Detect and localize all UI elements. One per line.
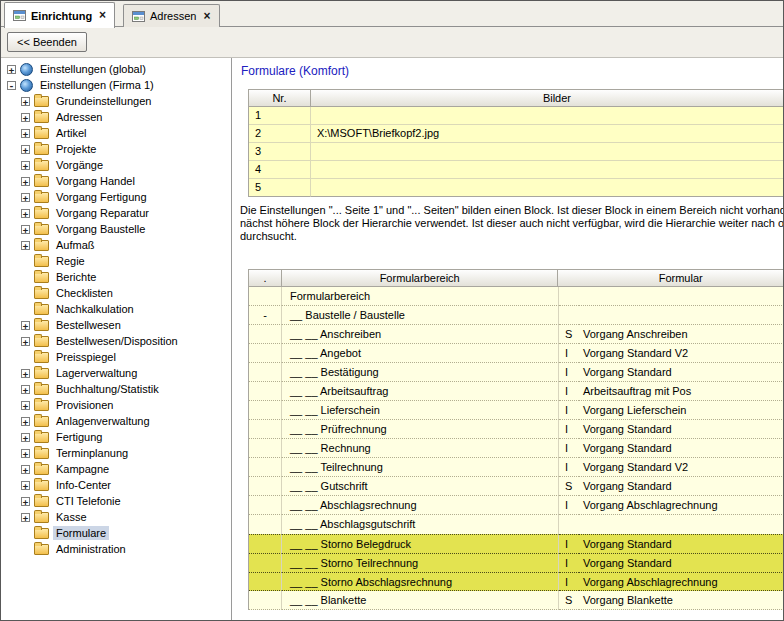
cell-formular[interactable]: Vorgang Standard V2	[579, 344, 783, 363]
cell-expand[interactable]	[249, 287, 282, 306]
tree-item[interactable]: +Anlagenverwaltung	[1, 413, 231, 429]
tree-item[interactable]: +Bestellwesen/Disposition	[1, 333, 231, 349]
cell-nr[interactable]: 1	[249, 107, 311, 125]
cell-expand[interactable]	[249, 553, 282, 572]
cell-flag[interactable]	[559, 515, 579, 534]
tree-item[interactable]: +Fertigung	[1, 429, 231, 445]
cell-formularbereich[interactable]: __ __ Gutschrift	[282, 477, 559, 496]
tree-item[interactable]: +Artikel	[1, 125, 231, 141]
cell-formular[interactable]	[579, 306, 783, 325]
cell-flag[interactable]	[559, 306, 579, 325]
tree-item[interactable]: +CTI Telefonie	[1, 493, 231, 509]
tree-item[interactable]: +Kasse	[1, 509, 231, 525]
cell-bilder[interactable]: X:\MSOFT\Briefkopf2.jpg	[311, 125, 783, 143]
cell-formular[interactable]	[579, 515, 783, 534]
cell-formular[interactable]: Vorgang Standard	[579, 553, 783, 572]
cell-expand[interactable]	[249, 477, 282, 496]
tree-item[interactable]: +Lagerverwaltung	[1, 365, 231, 381]
cell-formular[interactable]: Vorgang Standard V2	[579, 458, 783, 477]
tab-adressen[interactable]: Adressen ×	[123, 4, 220, 27]
tree-item[interactable]: +Projekte	[1, 141, 231, 157]
cell-formular[interactable]	[579, 287, 783, 306]
cell-expand[interactable]	[249, 382, 282, 401]
cell-formularbereich[interactable]: __ __ Storno Teilrechnung	[282, 553, 559, 572]
cell-formular[interactable]: Vorgang Lieferschein	[579, 401, 783, 420]
cell-expand[interactable]	[249, 439, 282, 458]
cell-formularbereich[interactable]: __ __ Abschlagsrechnung	[282, 496, 559, 515]
cell-formular[interactable]: Vorgang Standard	[579, 420, 783, 439]
cell-bilder[interactable]	[311, 179, 783, 197]
cell-formular[interactable]: Vorgang Standard	[579, 363, 783, 382]
tree-item[interactable]: Regie	[1, 253, 231, 269]
cell-expand[interactable]	[249, 572, 282, 591]
cell-expand[interactable]	[249, 420, 282, 439]
cell-formularbereich[interactable]: __ __ Arbeitsauftrag	[282, 382, 559, 401]
cell-flag[interactable]: I	[559, 363, 579, 382]
expand-icon[interactable]: +	[21, 337, 30, 346]
tree-item[interactable]: +Terminplanung	[1, 445, 231, 461]
cell-formularbereich[interactable]: __ __ Teilrechnung	[282, 458, 559, 477]
cell-nr[interactable]: 5	[249, 179, 311, 197]
cell-flag[interactable]: S	[559, 591, 579, 610]
cell-formularbereich[interactable]: __ __ Prüfrechnung	[282, 420, 559, 439]
cell-flag[interactable]: S	[559, 477, 579, 496]
tree-item[interactable]: +Vorgang Reparatur	[1, 205, 231, 221]
tree-item[interactable]: Nachkalkulation	[1, 301, 231, 317]
cell-flag[interactable]: I	[559, 420, 579, 439]
cell-expand[interactable]	[249, 515, 282, 534]
cell-formularbereich[interactable]: __ __ Angebot	[282, 344, 559, 363]
tree-item[interactable]: Administration	[1, 541, 231, 557]
beenden-button[interactable]: << Beenden	[7, 32, 87, 52]
tree-item[interactable]: +Einstellungen (global)	[1, 61, 231, 77]
cell-flag[interactable]: I	[559, 496, 579, 515]
cell-formularbereich[interactable]: __ __ Storno Abschlagsrechnung	[282, 572, 559, 591]
tree-item[interactable]: Berichte	[1, 269, 231, 285]
tree-item[interactable]: -Einstellungen (Firma 1)	[1, 77, 231, 93]
expand-icon[interactable]: +	[21, 465, 30, 474]
cell-formularbereich[interactable]: __ __ Storno Belegdruck	[282, 534, 559, 553]
cell-flag[interactable]: I	[559, 439, 579, 458]
cell-flag[interactable]: I	[559, 344, 579, 363]
cell-bilder[interactable]	[311, 161, 783, 179]
cell-formularbereich[interactable]: __ __ Bestätigung	[282, 363, 559, 382]
expand-icon[interactable]: +	[21, 321, 30, 330]
tree-item[interactable]: +Vorgang Fertigung	[1, 189, 231, 205]
cell-flag[interactable]: I	[559, 572, 579, 591]
cell-flag[interactable]: I	[559, 382, 579, 401]
cell-formular[interactable]: Vorgang Abschlagrechnung	[579, 572, 783, 591]
tree-item[interactable]: +Vorgänge	[1, 157, 231, 173]
cell-formular[interactable]: Vorgang Abschlagrechnung	[579, 496, 783, 515]
cell-expand[interactable]	[249, 401, 282, 420]
tree-item[interactable]: +Aufmaß	[1, 237, 231, 253]
cell-formular[interactable]: Vorgang Standard	[579, 439, 783, 458]
expand-icon[interactable]: +	[21, 385, 30, 394]
cell-nr[interactable]: 3	[249, 143, 311, 161]
cell-formular[interactable]: Vorgang Blankette	[579, 591, 783, 610]
cell-flag[interactable]	[559, 287, 579, 306]
tree-item[interactable]: +Adressen	[1, 109, 231, 125]
cell-expand[interactable]	[249, 458, 282, 477]
expand-icon[interactable]: -	[7, 81, 16, 90]
cell-expand[interactable]	[249, 344, 282, 363]
cell-flag[interactable]: I	[559, 553, 579, 572]
tree-item[interactable]: +Buchhaltung/Statistik	[1, 381, 231, 397]
tree-item[interactable]: +Vorgang Handel	[1, 173, 231, 189]
cell-flag[interactable]: S	[559, 325, 579, 344]
expand-icon[interactable]: +	[21, 225, 30, 234]
cell-bilder[interactable]	[311, 143, 783, 161]
expand-icon[interactable]: +	[21, 369, 30, 378]
tree-item-formulare[interactable]: Formulare	[1, 525, 231, 541]
cell-expand[interactable]: -	[249, 306, 282, 325]
close-icon[interactable]: ×	[99, 10, 106, 21]
cell-bilder[interactable]	[311, 107, 783, 125]
cell-nr[interactable]: 4	[249, 161, 311, 179]
tree-item[interactable]: +Grundeinstellungen	[1, 93, 231, 109]
cell-flag[interactable]: I	[559, 401, 579, 420]
tree-item[interactable]: +Kampagne	[1, 461, 231, 477]
cell-formularbereich[interactable]: __ __ Abschlagsgutschrift	[282, 515, 559, 534]
tree-item[interactable]: +Bestellwesen	[1, 317, 231, 333]
expand-icon[interactable]: +	[21, 209, 30, 218]
expand-icon[interactable]: +	[21, 145, 30, 154]
cell-formular[interactable]: Arbeitsauftrag mit Pos	[579, 382, 783, 401]
expand-icon[interactable]: +	[21, 97, 30, 106]
